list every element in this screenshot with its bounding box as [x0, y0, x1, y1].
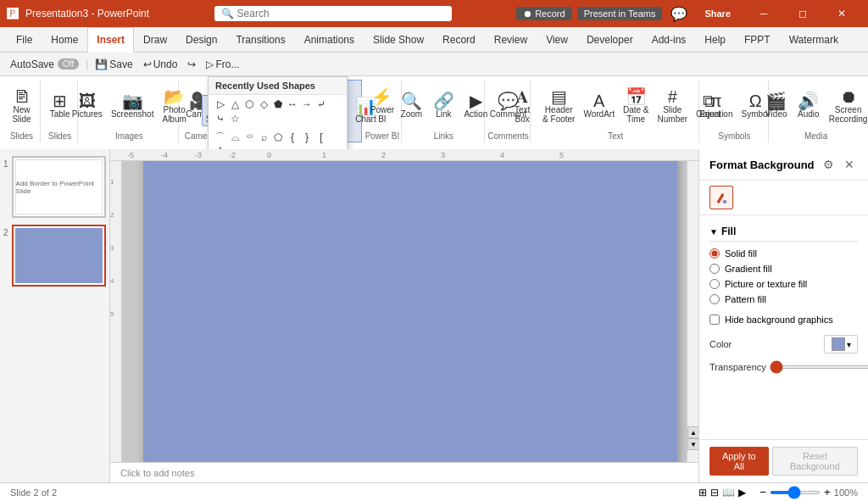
apply-to-all-button[interactable]: Apply to All	[709, 447, 769, 476]
restore-button[interactable]: ◻	[783, 0, 822, 27]
slide-2-thumb[interactable]	[12, 225, 106, 287]
shape-icon[interactable]: ◇	[257, 97, 270, 111]
pictures-button[interactable]: 🖼 Pictures	[69, 91, 106, 120]
zoom-out-button[interactable]: −	[760, 486, 766, 498]
tab-slideshow[interactable]: Slide Show	[364, 27, 433, 53]
zoom-in-button[interactable]: +	[824, 486, 831, 498]
normal-view-button[interactable]: ⊞	[698, 487, 707, 498]
powerbi-button[interactable]: ⚡ PowerBI	[367, 86, 398, 125]
shape-icon[interactable]: ⌒	[214, 131, 227, 144]
notes-area[interactable]: Click to add notes	[110, 462, 698, 482]
shape-icon[interactable]: ⤶	[314, 97, 328, 111]
shape-icon[interactable]: ⌓	[228, 131, 242, 144]
autosave-toggle[interactable]: AutoSave Off	[7, 57, 82, 72]
solid-fill-option[interactable]: Solid fill	[709, 248, 858, 259]
shape-icon[interactable]: ▷	[214, 97, 227, 111]
undo-button[interactable]: ↩ Undo	[140, 57, 181, 72]
picture-texture-fill-radio[interactable]	[709, 279, 720, 289]
slide-canvas[interactable]	[143, 161, 677, 462]
audio-button[interactable]: 🔊 Audio	[793, 91, 824, 120]
comment-button[interactable]: 💬	[667, 4, 691, 24]
shape-icon[interactable]: [	[314, 131, 328, 144]
picture-texture-fill-option[interactable]: Picture or texture fill	[709, 279, 858, 289]
shape-icon[interactable]: ⌔	[242, 131, 256, 144]
tab-watermark[interactable]: Watermark	[780, 27, 848, 53]
slide-1-thumb[interactable]: Add Border to PowerPoint Slide	[12, 156, 106, 218]
format-panel-settings-button[interactable]: ⚙	[820, 156, 837, 173]
redo-button[interactable]: ↪	[184, 57, 199, 72]
minimize-button[interactable]: ─	[744, 0, 783, 27]
tab-view[interactable]: View	[537, 27, 577, 53]
tab-fppt[interactable]: FPPT	[735, 27, 780, 53]
scroll-up-button[interactable]: ▲	[687, 426, 698, 438]
screenshot-button[interactable]: 📷 Screenshot	[108, 91, 158, 120]
hide-bg-graphics-option[interactable]: Hide background graphics	[709, 315, 858, 325]
slide-number-button[interactable]: # SlideNumber	[654, 86, 692, 125]
shapes-dropdown[interactable]: Recently Used Shapes ▷ △ ⬡ ◇ ⬟ ↔ → ⤶ ⤷ ☆…	[208, 76, 348, 149]
share-button[interactable]: Share	[696, 7, 739, 20]
link-button[interactable]: 🔗 Link	[428, 91, 459, 120]
shape-icon[interactable]: ☆	[228, 112, 242, 125]
tab-addins[interactable]: Add-ins	[643, 27, 696, 53]
header-footer-label: Header& Footer	[542, 105, 575, 124]
shape-icon[interactable]: ↔	[286, 97, 299, 111]
slide-sorter-button[interactable]: ⊟	[710, 487, 719, 498]
shape-icon[interactable]: }	[300, 131, 314, 144]
present-in-teams-button[interactable]: Present in Teams	[577, 7, 663, 20]
pattern-fill-option[interactable]: Pattern fill	[709, 294, 858, 304]
shape-icon[interactable]: ⬠	[271, 131, 285, 144]
zoom-slider[interactable]	[770, 491, 821, 494]
tab-insert[interactable]: Insert	[87, 27, 134, 53]
close-button[interactable]: ✕	[822, 0, 861, 27]
zoom-button[interactable]: 🔍 Zoom	[396, 91, 426, 120]
shape-icon[interactable]: →	[300, 97, 314, 111]
tab-design[interactable]: Design	[176, 27, 226, 53]
reset-background-button[interactable]: Reset Background	[772, 447, 858, 476]
shape-icon[interactable]: ⬟	[271, 97, 285, 111]
new-slide-button[interactable]: 🖹 NewSlide	[7, 86, 37, 125]
tab-animations[interactable]: Animations	[295, 27, 364, 53]
tab-file[interactable]: File	[7, 27, 42, 53]
color-picker-button[interactable]: ▾	[824, 335, 858, 353]
tab-home[interactable]: Home	[42, 27, 87, 53]
transparency-slider[interactable]	[770, 365, 868, 369]
wordart-button[interactable]: A WordArt	[580, 91, 618, 120]
text-box-button[interactable]: 𝐀 TextBox	[507, 86, 537, 125]
fill-section-toggle[interactable]: ▼ Fill	[709, 222, 858, 242]
shape-icon[interactable]: ⤷	[214, 112, 227, 125]
tab-help[interactable]: Help	[695, 27, 735, 53]
equation-button[interactable]: π Equation	[696, 91, 736, 120]
date-time-button[interactable]: 📅 Date &Time	[620, 86, 653, 125]
tab-review[interactable]: Review	[485, 27, 537, 53]
search-bar[interactable]: 🔍	[214, 6, 452, 21]
video-button[interactable]: 🎬 Video	[761, 91, 792, 120]
pattern-fill-radio[interactable]	[709, 294, 720, 304]
gradient-fill-option[interactable]: Gradient fill	[709, 264, 858, 274]
gradient-fill-radio[interactable]	[709, 264, 720, 274]
tab-developer[interactable]: Developer	[577, 27, 643, 53]
save-icon: 💾	[95, 58, 108, 70]
format-panel-close-button[interactable]: ✕	[841, 156, 858, 173]
search-input[interactable]	[237, 8, 445, 19]
reading-view-button[interactable]: 📖	[722, 487, 735, 498]
shape-icon[interactable]: ⌕	[257, 131, 270, 144]
presentation-view-button[interactable]: ▶	[738, 487, 746, 498]
hide-bg-graphics-checkbox[interactable]	[709, 315, 720, 325]
screen-recording-button[interactable]: ⏺ ScreenRecording	[826, 86, 868, 125]
shape-icon[interactable]: ⬡	[242, 97, 256, 111]
record-button[interactable]: ⏺ Record	[516, 7, 572, 20]
save-button[interactable]: 💾 Save	[92, 57, 136, 72]
shape-icon[interactable]: ]	[214, 145, 227, 149]
shape-icon[interactable]: {	[286, 131, 299, 144]
tab-draw[interactable]: Draw	[134, 27, 176, 53]
tab-transitions[interactable]: Transitions	[226, 27, 294, 53]
header-footer-button[interactable]: ▤ Header& Footer	[539, 86, 578, 125]
scroll-down-button[interactable]: ▼	[687, 438, 698, 450]
tab-record[interactable]: Record	[433, 27, 485, 53]
format-panel-footer: Apply to All Reset Background	[699, 439, 868, 482]
solid-fill-radio[interactable]	[709, 248, 720, 259]
slide-panel[interactable]: 1 Add Border to PowerPoint Slide 2	[0, 149, 110, 482]
from-button[interactable]: ▷ Fro...	[203, 57, 242, 72]
shape-icon[interactable]: △	[228, 97, 242, 111]
fill-icon-button[interactable]	[709, 186, 733, 209]
